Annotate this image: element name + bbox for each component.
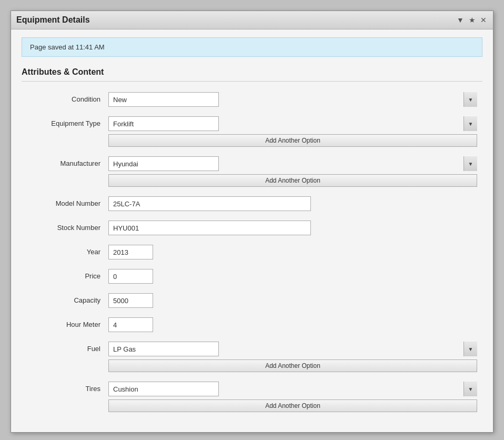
fuel-label: Fuel xyxy=(27,342,108,353)
manufacturer-row: Manufacturer Hyundai Toyota Caterpillar … xyxy=(27,156,477,187)
equipment-type-row: Equipment Type Forklift Lift Crane ▼ Add… xyxy=(27,116,477,147)
stock-number-input[interactable] xyxy=(108,221,311,235)
restore-button[interactable]: ★ xyxy=(468,16,476,24)
stock-number-row: Stock Number xyxy=(27,221,477,235)
form-container: Condition New Used Refurbished ▼ Equipme… xyxy=(22,92,482,412)
hour-meter-field xyxy=(108,317,477,332)
model-number-field xyxy=(108,196,477,211)
year-input[interactable] xyxy=(108,245,153,259)
content-area: Page saved at 11:41 AM Attributes & Cont… xyxy=(11,29,493,432)
window-controls: ▼ ★ ✕ xyxy=(456,16,488,24)
minimize-button[interactable]: ▼ xyxy=(456,16,465,24)
manufacturer-select-wrapper: Hyundai Toyota Caterpillar ▼ xyxy=(108,156,477,171)
tires-label: Tires xyxy=(27,382,108,393)
year-field xyxy=(108,245,477,259)
fuel-select[interactable]: LP Gas Diesel Electric Gasoline xyxy=(108,342,219,356)
hour-meter-input[interactable] xyxy=(108,317,153,332)
condition-row: Condition New Used Refurbished ▼ xyxy=(27,92,477,107)
hour-meter-label: Hour Meter xyxy=(27,317,108,328)
close-button[interactable]: ✕ xyxy=(479,16,488,24)
window-title: Equipment Details xyxy=(16,15,90,25)
stock-number-label: Stock Number xyxy=(27,221,108,232)
model-number-label: Model Number xyxy=(27,196,108,207)
condition-label: Condition xyxy=(27,92,108,103)
equipment-details-window: Equipment Details ▼ ★ ✕ Page saved at 11… xyxy=(11,11,493,433)
price-row: Price xyxy=(27,269,477,284)
capacity-row: Capacity xyxy=(27,293,477,308)
model-number-row: Model Number xyxy=(27,196,477,211)
tires-row: Tires Cushion Pneumatic Solid ▼ Add Anot… xyxy=(27,382,477,412)
equipment-type-select-arrow-icon: ▼ xyxy=(463,116,477,131)
manufacturer-select-arrow-icon: ▼ xyxy=(463,156,477,171)
equipment-type-field: Forklift Lift Crane ▼ Add Another Option xyxy=(108,116,477,147)
save-banner: Page saved at 11:41 AM xyxy=(22,37,482,57)
condition-field: New Used Refurbished ▼ xyxy=(108,92,477,107)
tires-field: Cushion Pneumatic Solid ▼ Add Another Op… xyxy=(108,382,477,412)
price-label: Price xyxy=(27,269,108,280)
year-row: Year xyxy=(27,245,477,259)
manufacturer-add-option-button[interactable]: Add Another Option xyxy=(108,174,477,187)
title-bar: Equipment Details ▼ ★ ✕ xyxy=(11,11,493,29)
fuel-field: LP Gas Diesel Electric Gasoline ▼ Add An… xyxy=(108,342,477,372)
fuel-select-arrow-icon: ▼ xyxy=(463,342,477,356)
year-label: Year xyxy=(27,245,108,256)
fuel-row: Fuel LP Gas Diesel Electric Gasoline ▼ A… xyxy=(27,342,477,372)
fuel-add-option-button[interactable]: Add Another Option xyxy=(108,359,477,372)
manufacturer-field: Hyundai Toyota Caterpillar ▼ Add Another… xyxy=(108,156,477,187)
tires-select-arrow-icon: ▼ xyxy=(463,382,477,396)
price-input[interactable] xyxy=(108,269,153,284)
price-field xyxy=(108,269,477,284)
manufacturer-select[interactable]: Hyundai Toyota Caterpillar xyxy=(108,156,219,171)
tires-select[interactable]: Cushion Pneumatic Solid xyxy=(108,382,219,396)
condition-select-wrapper: New Used Refurbished ▼ xyxy=(108,92,477,107)
condition-select[interactable]: New Used Refurbished xyxy=(108,92,219,107)
equipment-type-select-wrapper: Forklift Lift Crane ▼ xyxy=(108,116,477,131)
capacity-input[interactable] xyxy=(108,293,153,308)
capacity-label: Capacity xyxy=(27,293,108,304)
section-title: Attributes & Content xyxy=(22,67,482,82)
hour-meter-row: Hour Meter xyxy=(27,317,477,332)
tires-select-wrapper: Cushion Pneumatic Solid ▼ xyxy=(108,382,477,396)
fuel-select-wrapper: LP Gas Diesel Electric Gasoline ▼ xyxy=(108,342,477,356)
tires-add-option-button[interactable]: Add Another Option xyxy=(108,399,477,412)
equipment-type-select[interactable]: Forklift Lift Crane xyxy=(108,116,219,131)
stock-number-field xyxy=(108,221,477,235)
equipment-type-add-option-button[interactable]: Add Another Option xyxy=(108,134,477,147)
capacity-field xyxy=(108,293,477,308)
model-number-input[interactable] xyxy=(108,196,311,211)
manufacturer-label: Manufacturer xyxy=(27,156,108,167)
equipment-type-label: Equipment Type xyxy=(27,116,108,127)
condition-select-arrow-icon: ▼ xyxy=(463,92,477,107)
